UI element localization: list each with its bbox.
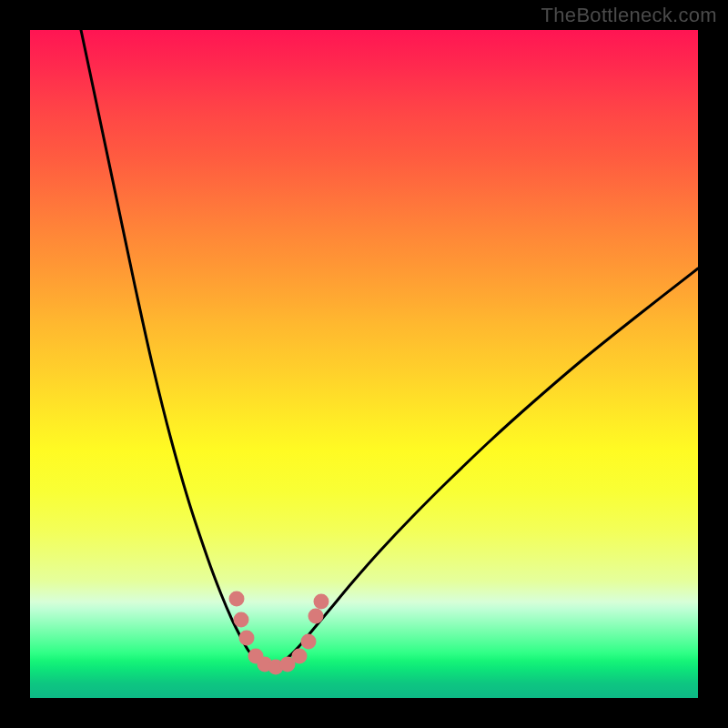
highlight-dot <box>308 609 324 624</box>
highlight-dot <box>239 631 255 646</box>
chart-frame: TheBottleneck.com <box>0 0 728 728</box>
highlight-dot <box>234 612 249 628</box>
highlight-dot <box>292 649 308 664</box>
highlight-dot <box>229 592 245 607</box>
curve-layer <box>30 30 698 698</box>
highlight-dot <box>301 634 317 650</box>
watermark-text: TheBottleneck.com <box>541 4 717 27</box>
bottleneck-curve <box>81 30 698 667</box>
plot-area <box>30 30 698 698</box>
highlight-dot <box>314 594 329 610</box>
highlight-dots <box>229 592 329 675</box>
